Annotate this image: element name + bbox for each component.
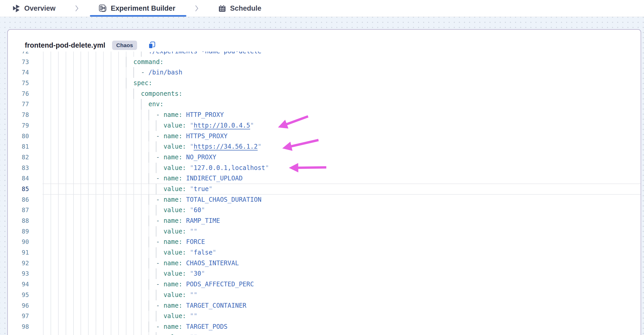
yaml-token: CHAOS_INTERVAL — [186, 260, 239, 267]
code-line-94[interactable]: 94 - name: PODS_AFFECTED_PERC — [8, 279, 641, 290]
code-line-90[interactable]: 90 - name: FORCE — [8, 237, 641, 247]
line-content: - name: NO_PROXY — [43, 152, 641, 163]
yaml-token: name: — [163, 260, 186, 267]
yaml-token: 60 — [194, 206, 201, 214]
code-line-93[interactable]: 93 value: "30" — [8, 268, 641, 279]
yaml-token: " — [258, 143, 261, 150]
line-number: 82 — [8, 152, 29, 163]
copy-icon — [148, 41, 156, 50]
line-content: command: — [43, 57, 641, 67]
tab-label: Overview — [24, 4, 56, 12]
tab-schedule[interactable]: Schedule — [218, 4, 261, 12]
line-number: 81 — [8, 141, 29, 152]
yaml-token: env: — [149, 100, 164, 108]
tab-overview[interactable]: Overview — [12, 4, 56, 12]
code-line-76[interactable]: 76 components: — [8, 89, 641, 99]
yaml-token: " — [265, 164, 269, 172]
code-line-85[interactable]: 85 value: "true" — [8, 184, 641, 194]
line-number: 99 — [8, 332, 29, 335]
code-line-98[interactable]: 98 - name: TARGET_PODS — [8, 321, 641, 332]
line-number: 85 — [8, 184, 29, 194]
yaml-token: " — [190, 228, 194, 235]
line-number: 87 — [8, 205, 29, 216]
yaml-token: - — [156, 281, 163, 288]
yaml-token: value: — [163, 206, 190, 214]
yaml-token: name: — [163, 175, 186, 182]
code-line-73[interactable]: 73 command: — [8, 57, 641, 67]
code-line-86[interactable]: 86 - name: TOTAL_CHAOS_DURATION — [8, 194, 641, 205]
code-line-91[interactable]: 91 value: "false" — [8, 247, 641, 258]
code-line-72[interactable]: 72 ./experiments -name pod-delete — [8, 52, 641, 57]
yaml-token: name: — [163, 154, 186, 161]
yaml-token: name: — [163, 323, 186, 330]
code-line-75[interactable]: 75 spec: — [8, 78, 641, 89]
code-line-87[interactable]: 87 value: "60" — [8, 205, 641, 216]
yaml-token: value: — [163, 291, 190, 299]
yaml-text: value: "false" — [43, 249, 216, 256]
experiment-builder-page: Overview Experiment Builder Schedule — [0, 0, 644, 335]
code-line-89[interactable]: 89 value: "" — [8, 226, 641, 237]
line-number: 96 — [8, 300, 29, 311]
line-number: 90 — [8, 237, 29, 247]
yaml-token: spec: — [133, 79, 152, 87]
code-line-99[interactable]: 99 value: "" — [8, 332, 641, 335]
yaml-token: " — [190, 334, 194, 335]
code-line-81[interactable]: 81 value: "https://34.56.1.2" — [8, 141, 641, 152]
yaml-token: name: — [163, 302, 186, 309]
line-content: value: "60" — [43, 205, 641, 216]
yaml-text: spec: — [43, 79, 152, 87]
experiment-builder-icon — [98, 4, 107, 13]
line-content: components: — [43, 89, 641, 99]
tab-experiment-builder[interactable]: Experiment Builder — [98, 4, 175, 13]
code-line-96[interactable]: 96 - name: TARGET_CONTAINER — [8, 300, 641, 311]
yaml-token: value: — [163, 228, 190, 235]
line-content: - name: TARGET_CONTAINER — [43, 300, 641, 311]
line-number: 98 — [8, 321, 29, 332]
line-number: 75 — [8, 78, 29, 89]
code-line-82[interactable]: 82 - name: NO_PROXY — [8, 152, 641, 163]
yaml-text: - name: INDIRECT_UPLOAD — [43, 175, 243, 182]
yaml-token: value: — [163, 334, 190, 335]
yaml-token: RAMP_TIME — [186, 217, 220, 224]
code-line-83[interactable]: 83 value: "127.0.0.1,localhost" — [8, 163, 641, 173]
code-line-79[interactable]: 79 value: "http://10.0.4.5" — [8, 120, 641, 131]
code-line-78[interactable]: 78 - name: HTTP_PROXY — [8, 110, 641, 120]
proxy-url-link[interactable]: http://10.0.4.5 — [194, 122, 250, 129]
code-line-97[interactable]: 97 value: "" — [8, 311, 641, 321]
yaml-token: " — [190, 249, 194, 256]
yaml-text: value: "" — [43, 291, 197, 299]
line-number: 73 — [8, 57, 29, 67]
code-line-95[interactable]: 95 value: "" — [8, 290, 641, 300]
code-line-88[interactable]: 88 - name: RAMP_TIME — [8, 216, 641, 226]
yaml-token: 30 — [194, 270, 201, 277]
line-content: env: — [43, 99, 641, 110]
overview-icon — [12, 4, 20, 12]
yaml-token: - — [156, 260, 163, 267]
yaml-token: PODS_AFFECTED_PERC — [186, 281, 254, 288]
code-line-77[interactable]: 77 env: — [8, 99, 641, 110]
yaml-text: ./experiments -name pod-delete — [43, 52, 261, 55]
code-line-84[interactable]: 84 - name: INDIRECT_UPLOAD — [8, 173, 641, 184]
yaml-token: command: — [133, 58, 164, 66]
line-content: - name: HTTPS_PROXY — [43, 131, 641, 142]
code-line-92[interactable]: 92 - name: CHAOS_INTERVAL — [8, 258, 641, 269]
line-content: value: "http://10.0.4.5" — [43, 120, 641, 131]
yaml-editor[interactable]: 72 ./experiments -name pod-delete73 comm… — [8, 52, 641, 335]
code-line-80[interactable]: 80 - name: HTTPS_PROXY — [8, 131, 641, 142]
yaml-text: - /bin/bash — [43, 69, 182, 76]
line-number: 89 — [8, 226, 29, 237]
yaml-token: " — [190, 164, 194, 172]
yaml-text: value: "127.0.0.1,localhost" — [43, 164, 269, 172]
copy-button[interactable] — [148, 41, 156, 50]
line-number: 93 — [8, 268, 29, 279]
yaml-text: value: "" — [43, 312, 197, 320]
yaml-text: value: "http://10.0.4.5" — [43, 122, 254, 129]
proxy-url-link[interactable]: https://34.56.1.2 — [194, 143, 258, 150]
active-tab-underline — [90, 15, 186, 17]
yaml-token: - — [156, 111, 163, 118]
code-line-74[interactable]: 74 - /bin/bash — [8, 67, 641, 78]
yaml-token: NO_PROXY — [186, 154, 216, 161]
line-number: 97 — [8, 311, 29, 321]
yaml-token: HTTPS_PROXY — [186, 132, 228, 140]
yaml-token: - — [156, 196, 163, 203]
